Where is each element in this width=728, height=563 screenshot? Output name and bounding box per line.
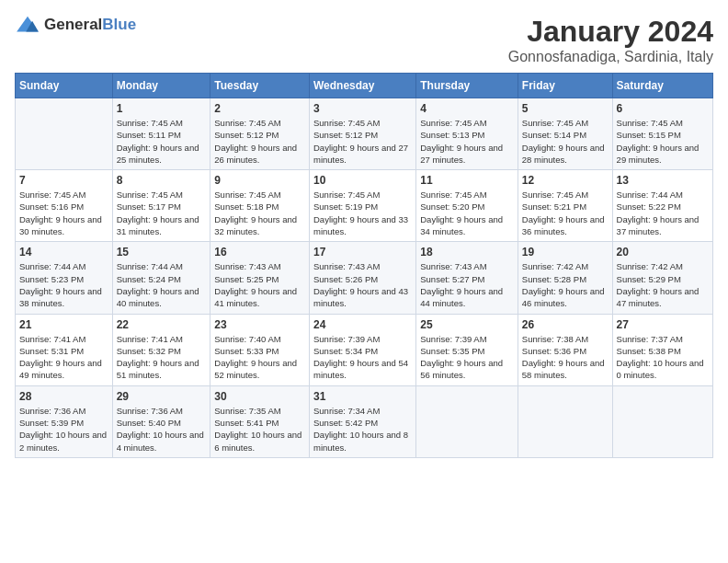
day-number: 29 [117,390,207,403]
col-saturday: Saturday [612,74,712,98]
day-number: 5 [522,102,609,115]
col-wednesday: Wednesday [310,74,416,98]
day-cell: 18Sunrise: 7:43 AMSunset: 5:27 PMDayligh… [416,242,518,314]
day-info: Sunrise: 7:45 AMSunset: 5:15 PMDaylight:… [617,117,709,166]
logo-icon [15,15,40,35]
day-cell: 9Sunrise: 7:45 AMSunset: 5:18 PMDaylight… [210,170,310,242]
day-cell: 24Sunrise: 7:39 AMSunset: 5:34 PMDayligh… [310,314,416,385]
subtitle: Gonnosfanadiga, Sardinia, Italy [508,49,713,65]
day-info: Sunrise: 7:45 AMSunset: 5:11 PMDaylight:… [117,117,207,166]
col-thursday: Thursday [416,74,518,98]
day-cell: 16Sunrise: 7:43 AMSunset: 5:25 PMDayligh… [210,242,310,314]
day-info: Sunrise: 7:43 AMSunset: 5:27 PMDaylight:… [420,260,514,309]
header: GeneralBlue January 2024 Gonnosfanadiga,… [15,15,713,65]
day-number: 25 [420,318,514,331]
day-cell: 4Sunrise: 7:45 AMSunset: 5:13 PMDaylight… [416,98,518,170]
day-cell [416,385,518,457]
day-number: 8 [117,174,207,187]
day-number: 20 [617,246,709,259]
day-info: Sunrise: 7:37 AMSunset: 5:38 PMDaylight:… [617,333,709,382]
col-monday: Monday [112,74,210,98]
day-number: 28 [19,390,108,403]
title-area: January 2024 Gonnosfanadiga, Sardinia, I… [508,15,713,65]
col-friday: Friday [518,74,612,98]
day-number: 27 [617,318,709,331]
day-info: Sunrise: 7:39 AMSunset: 5:34 PMDaylight:… [313,333,412,382]
day-number: 3 [313,102,412,115]
day-number: 24 [313,318,412,331]
day-info: Sunrise: 7:42 AMSunset: 5:29 PMDaylight:… [617,260,709,309]
day-number: 31 [313,390,412,403]
day-info: Sunrise: 7:44 AMSunset: 5:22 PMDaylight:… [617,189,709,237]
day-info: Sunrise: 7:43 AMSunset: 5:26 PMDaylight:… [313,260,412,309]
day-number: 7 [19,174,108,187]
day-cell: 30Sunrise: 7:35 AMSunset: 5:41 PMDayligh… [210,385,310,457]
day-number: 26 [522,318,609,331]
day-number: 16 [214,246,305,259]
day-cell: 3Sunrise: 7:45 AMSunset: 5:12 PMDaylight… [310,98,416,170]
calendar-table: Sunday Monday Tuesday Wednesday Thursday… [15,73,713,458]
day-cell: 13Sunrise: 7:44 AMSunset: 5:22 PMDayligh… [612,170,712,242]
header-row: Sunday Monday Tuesday Wednesday Thursday… [16,74,713,98]
day-number: 15 [117,246,207,259]
day-cell: 27Sunrise: 7:37 AMSunset: 5:38 PMDayligh… [612,314,712,385]
day-cell: 5Sunrise: 7:45 AMSunset: 5:14 PMDaylight… [518,98,612,170]
day-cell: 14Sunrise: 7:44 AMSunset: 5:23 PMDayligh… [16,242,113,314]
day-info: Sunrise: 7:44 AMSunset: 5:23 PMDaylight:… [19,260,108,309]
logo-general: General [44,16,102,33]
week-row-4: 28Sunrise: 7:36 AMSunset: 5:39 PMDayligh… [16,385,713,457]
day-info: Sunrise: 7:34 AMSunset: 5:42 PMDaylight:… [313,405,412,454]
day-number: 18 [420,246,514,259]
day-cell: 25Sunrise: 7:39 AMSunset: 5:35 PMDayligh… [416,314,518,385]
day-info: Sunrise: 7:42 AMSunset: 5:28 PMDaylight:… [522,260,609,309]
calendar-body: 1Sunrise: 7:45 AMSunset: 5:11 PMDaylight… [16,98,713,458]
day-info: Sunrise: 7:36 AMSunset: 5:39 PMDaylight:… [19,405,108,454]
day-cell [16,98,113,170]
day-cell: 11Sunrise: 7:45 AMSunset: 5:20 PMDayligh… [416,170,518,242]
day-info: Sunrise: 7:45 AMSunset: 5:21 PMDaylight:… [522,189,609,237]
day-cell: 23Sunrise: 7:40 AMSunset: 5:33 PMDayligh… [210,314,310,385]
day-cell: 21Sunrise: 7:41 AMSunset: 5:31 PMDayligh… [16,314,113,385]
day-info: Sunrise: 7:45 AMSunset: 5:18 PMDaylight:… [214,189,305,237]
day-cell: 12Sunrise: 7:45 AMSunset: 5:21 PMDayligh… [518,170,612,242]
week-row-3: 21Sunrise: 7:41 AMSunset: 5:31 PMDayligh… [16,314,713,385]
day-info: Sunrise: 7:40 AMSunset: 5:33 PMDaylight:… [214,333,305,382]
main-title: January 2024 [508,15,713,49]
day-cell: 10Sunrise: 7:45 AMSunset: 5:19 PMDayligh… [310,170,416,242]
logo-blue: Blue [102,16,136,33]
day-number: 23 [214,318,305,331]
day-info: Sunrise: 7:45 AMSunset: 5:12 PMDaylight:… [313,117,412,166]
logo: GeneralBlue [15,15,136,35]
day-info: Sunrise: 7:38 AMSunset: 5:36 PMDaylight:… [522,333,609,382]
day-cell: 2Sunrise: 7:45 AMSunset: 5:12 PMDaylight… [210,98,310,170]
day-info: Sunrise: 7:45 AMSunset: 5:12 PMDaylight:… [214,117,305,166]
day-info: Sunrise: 7:45 AMSunset: 5:16 PMDaylight:… [19,189,108,237]
day-number: 17 [313,246,412,259]
day-info: Sunrise: 7:39 AMSunset: 5:35 PMDaylight:… [420,333,514,382]
day-number: 10 [313,174,412,187]
day-cell [518,385,612,457]
day-info: Sunrise: 7:45 AMSunset: 5:20 PMDaylight:… [420,189,514,237]
day-info: Sunrise: 7:43 AMSunset: 5:25 PMDaylight:… [214,260,305,309]
day-number: 21 [19,318,108,331]
day-info: Sunrise: 7:41 AMSunset: 5:32 PMDaylight:… [117,333,207,382]
day-cell: 8Sunrise: 7:45 AMSunset: 5:17 PMDaylight… [112,170,210,242]
day-number: 2 [214,102,305,115]
week-row-1: 7Sunrise: 7:45 AMSunset: 5:16 PMDaylight… [16,170,713,242]
day-cell: 22Sunrise: 7:41 AMSunset: 5:32 PMDayligh… [112,314,210,385]
col-tuesday: Tuesday [210,74,310,98]
day-cell: 20Sunrise: 7:42 AMSunset: 5:29 PMDayligh… [612,242,712,314]
week-row-2: 14Sunrise: 7:44 AMSunset: 5:23 PMDayligh… [16,242,713,314]
day-number: 1 [117,102,207,115]
day-number: 11 [420,174,514,187]
day-number: 13 [617,174,709,187]
day-info: Sunrise: 7:44 AMSunset: 5:24 PMDaylight:… [117,260,207,309]
day-info: Sunrise: 7:41 AMSunset: 5:31 PMDaylight:… [19,333,108,382]
day-cell: 6Sunrise: 7:45 AMSunset: 5:15 PMDaylight… [612,98,712,170]
day-cell: 28Sunrise: 7:36 AMSunset: 5:39 PMDayligh… [16,385,113,457]
day-cell: 17Sunrise: 7:43 AMSunset: 5:26 PMDayligh… [310,242,416,314]
day-number: 12 [522,174,609,187]
day-number: 30 [214,390,305,403]
day-cell: 29Sunrise: 7:36 AMSunset: 5:40 PMDayligh… [112,385,210,457]
day-number: 6 [617,102,709,115]
